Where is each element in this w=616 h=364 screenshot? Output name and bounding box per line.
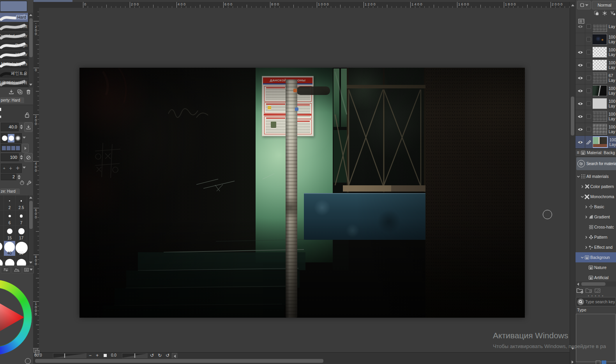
layer-row[interactable]: 100Lay	[575, 33, 616, 46]
layer-visibility-icon[interactable]	[575, 25, 585, 28]
color-wheel[interactable]	[0, 273, 33, 363]
opacity-stepper[interactable]	[19, 153, 23, 161]
brush-size-15[interactable]: 15	[4, 226, 16, 241]
material-tree-item-nature[interactable]: Nature	[575, 262, 616, 273]
material-tree-item-artificial[interactable]: Artificial	[575, 273, 616, 281]
material-tree-item-effect-and[interactable]: Effect and	[575, 242, 616, 252]
material-tree-item-basic[interactable]: Basic	[575, 202, 616, 212]
edit-folder-icon[interactable]	[594, 287, 602, 294]
fit-screen-button[interactable]	[104, 354, 107, 357]
material-tree-item-backgroun[interactable]: Backgroun	[575, 252, 616, 262]
aa-weak-icon[interactable]: +	[3, 166, 5, 171]
delete-icon[interactable]	[25, 88, 32, 95]
layer-editing-icon[interactable]	[585, 140, 592, 144]
zoom-out-button[interactable]: −	[89, 353, 92, 358]
layer-checkbox[interactable]	[585, 63, 592, 67]
blend-circle-slash-icon[interactable]	[24, 153, 33, 162]
brush-size-2.5[interactable]: 2.5	[16, 195, 27, 211]
layer-row[interactable]: 100Lay	[575, 59, 616, 72]
chevron-right-icon[interactable]	[580, 185, 584, 188]
layer-checkbox[interactable]	[585, 88, 592, 93]
layer-thumbnail[interactable]	[592, 47, 607, 58]
tool-property-tab[interactable]: perty: Hard	[0, 97, 24, 103]
brush-size-stepper[interactable]	[19, 123, 23, 131]
layer-row[interactable]: Lay	[575, 24, 616, 33]
layer-checkbox[interactable]	[585, 127, 592, 132]
reset-view-icon[interactable]: ↺	[166, 353, 169, 358]
subtool-item-페인트용[interactable]: 페인트용	[0, 69, 28, 78]
brush-size-0[interactable]: 0	[0, 241, 4, 256]
aa-dropdown-icon[interactable]	[23, 167, 26, 169]
vertical-scrollbar-thumb[interactable]	[571, 97, 574, 135]
brush-size-partial[interactable]	[16, 256, 27, 266]
aa-strong-icon[interactable]: +	[16, 164, 19, 172]
layer-checkbox[interactable]	[585, 76, 592, 80]
brush-size-field[interactable]: 40.0	[1, 123, 19, 131]
chevron-right-icon[interactable]	[584, 205, 588, 209]
layer-visibility-icon[interactable]	[575, 63, 585, 67]
canvas-artwork[interactable]: ДАНСКОЙ ОБОРОНЫ	[79, 68, 525, 318]
material-search-input[interactable]: Type search key	[576, 297, 616, 306]
tip-medium-icon[interactable]	[8, 134, 14, 142]
subtool-item-hard[interactable]: Hard	[0, 13, 28, 22]
opacity-field[interactable]: 100	[1, 153, 19, 161]
brush-size-2[interactable]: 2	[4, 195, 16, 211]
selected-tool-button[interactable]	[0, 1, 27, 12]
rotate-cw-icon[interactable]: ↻	[158, 353, 162, 358]
brush-size-2[interactable]: 2	[0, 226, 4, 241]
subtool-item-rough[interactable]: Rough	[0, 41, 28, 50]
brush-size-40[interactable]: 40	[4, 241, 16, 256]
scroll-up-icon[interactable]	[571, 4, 574, 6]
zoom-in-button[interactable]: +	[96, 353, 99, 358]
gradation-swatch[interactable]	[2, 146, 6, 150]
tone-icon[interactable]	[602, 10, 608, 16]
clip-at-layer-icon[interactable]	[610, 10, 616, 16]
layer-thumbnail[interactable]	[592, 98, 607, 109]
layer-row[interactable]: 100Lay	[575, 110, 616, 123]
subtool-item-vector[interactable]: Vector	[0, 50, 28, 60]
wrench-icon[interactable]	[26, 179, 32, 186]
layer-thumbnail[interactable]	[592, 111, 607, 122]
brush-size-17[interactable]: 17	[16, 226, 27, 241]
tip-soft-icon[interactable]	[14, 134, 21, 142]
horizontal-scrollbar[interactable]	[33, 358, 570, 364]
layer-thumbnail[interactable]	[592, 85, 607, 96]
material-tree-item-monochroma[interactable]: Monochroma	[575, 192, 616, 202]
layer-visibility-icon[interactable]	[575, 141, 585, 144]
layer-thumbnail[interactable]	[592, 60, 607, 70]
material-tree-item-pattern[interactable]: Pattern	[575, 232, 616, 242]
subtool-item-질감을-에어브러쉬[interactable]: 질감을 에어브러쉬	[0, 78, 28, 88]
size-source-button[interactable]	[24, 122, 33, 132]
chevron-down-icon[interactable]	[580, 256, 584, 259]
layer-thumbnail[interactable]	[592, 24, 607, 32]
layer-thumbnail[interactable]	[592, 34, 607, 45]
layer-visibility-icon[interactable]	[575, 89, 585, 93]
material-tree-scrollbar[interactable]	[576, 281, 616, 287]
material-tree-item-all-materials[interactable]: All materials	[575, 171, 616, 181]
scroll-right-icon[interactable]	[572, 360, 574, 364]
blend-mode-select[interactable]: Normal	[592, 1, 616, 9]
brush-size-partial[interactable]	[0, 256, 4, 266]
layer-thumbnail[interactable]	[592, 124, 607, 135]
layer-row[interactable]: 100Lay	[575, 97, 616, 110]
size-grid-scrollbar[interactable]	[28, 195, 34, 266]
search-materials-button[interactable]: Search for materials o	[576, 157, 616, 170]
chevron-right-icon[interactable]	[584, 246, 588, 249]
view-mode-icon[interactable]	[596, 360, 600, 364]
lock-transparent-icon[interactable]	[593, 10, 600, 16]
layer-thumbnail[interactable]	[592, 72, 607, 83]
layer-thumbnail[interactable]	[592, 136, 608, 148]
stabilization-field[interactable]: 2	[1, 174, 16, 180]
material-tree-item-color-pattern[interactable]: Color pattern	[575, 181, 616, 192]
gradation-swatch[interactable]	[7, 146, 11, 150]
subtool-item-kneaded-eraser[interactable]: Kneaded eraser	[0, 32, 28, 41]
vertical-scrollbar[interactable]	[570, 2, 575, 364]
brush-size-50[interactable]: 50	[16, 241, 27, 256]
layer-palette-menu-button[interactable]	[577, 1, 591, 9]
subtool-scrollbar[interactable]	[28, 13, 34, 88]
layer-visibility-icon[interactable]	[575, 102, 585, 106]
layer-visibility-icon[interactable]	[575, 115, 585, 118]
layer-checkbox[interactable]	[585, 114, 592, 119]
brush-size-6[interactable]: 6	[4, 211, 16, 226]
material-list-box[interactable]	[576, 314, 616, 362]
